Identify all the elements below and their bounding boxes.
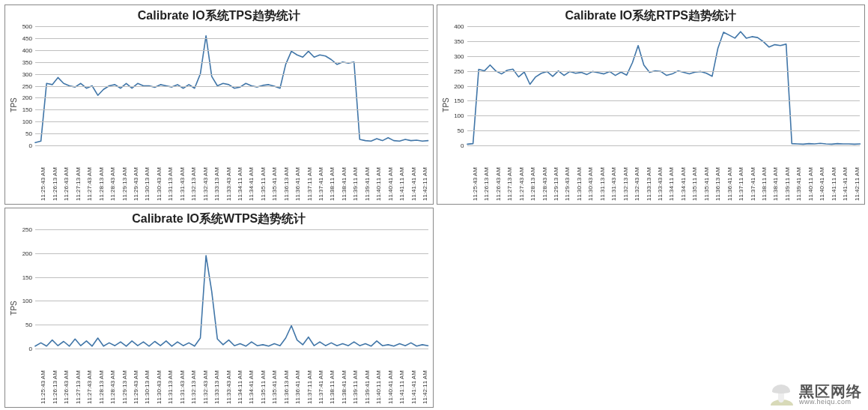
x-tick: 11:28:13 AM	[98, 148, 105, 201]
x-tick: 11:36:13 AM	[714, 148, 721, 201]
x-tick: 11:39:11 AM	[784, 148, 791, 201]
x-tick: 11:34:41 AM	[248, 352, 255, 404]
x-tick: 11:40:41 AM	[819, 148, 825, 201]
grid-line	[35, 74, 428, 75]
x-tick: 11:37:11 AM	[738, 148, 744, 201]
grid-line	[35, 97, 428, 98]
x-tick: 11:27:13 AM	[506, 148, 513, 201]
x-tick: 11:32:13 AM	[622, 148, 629, 201]
grid-line	[467, 56, 861, 57]
x-tick: 11:34:11 AM	[237, 352, 243, 404]
x-tick: 11:39:41 AM	[364, 352, 371, 404]
x-tick: 11:28:43 AM	[109, 148, 116, 201]
x-tick: 11:42:11 AM	[422, 148, 428, 201]
x-tick: 11:27:43 AM	[86, 148, 93, 201]
y-tick: 500	[16, 23, 32, 30]
y-tick: 250	[16, 226, 32, 233]
x-tick: 11:33:43 AM	[225, 352, 232, 404]
grid-line	[35, 62, 428, 63]
x-tick: 11:26:13 AM	[52, 352, 58, 404]
x-tick: 11:25:43 AM	[40, 352, 46, 404]
x-tick: 11:36:13 AM	[283, 352, 290, 404]
y-tick: 250	[16, 82, 32, 89]
grid-line	[35, 121, 428, 122]
y-tick: 300	[448, 52, 464, 59]
x-tick: 11:26:13 AM	[52, 148, 58, 201]
x-tick: 11:29:43 AM	[133, 148, 139, 201]
y-tick: 100	[16, 118, 32, 125]
x-tick: 11:30:13 AM	[576, 148, 583, 201]
x-tick: 11:38:11 AM	[329, 148, 336, 201]
grid-line	[35, 86, 428, 87]
x-tick: 11:29:43 AM	[133, 352, 139, 404]
plot-area	[467, 26, 861, 145]
x-tick: 11:40:41 AM	[387, 148, 394, 201]
x-tick: 11:29:13 AM	[553, 148, 559, 201]
x-tick: 11:35:11 AM	[260, 352, 267, 404]
x-tick: 11:36:41 AM	[294, 352, 301, 404]
x-tick: 11:40:41 AM	[387, 352, 394, 404]
x-tick: 11:42:11 AM	[854, 148, 861, 201]
x-tick: 11:39:41 AM	[795, 148, 802, 201]
y-tick: 100	[448, 112, 464, 119]
x-tick: 11:41:41 AM	[842, 148, 849, 201]
x-tick: 11:33:43 AM	[657, 148, 664, 201]
x-tick: 11:40:11 AM	[375, 352, 382, 404]
x-tick: 11:30:43 AM	[587, 148, 594, 201]
x-tick: 11:30:43 AM	[156, 352, 163, 404]
y-tick: 400	[16, 46, 32, 53]
y-tick: 300	[16, 70, 32, 77]
grid-line	[467, 71, 861, 72]
grid-line	[35, 26, 428, 27]
x-tick: 11:37:11 AM	[306, 352, 313, 404]
x-tick: 11:27:43 AM	[86, 352, 93, 404]
y-tick: 350	[448, 37, 464, 44]
x-tick: 11:33:43 AM	[225, 148, 232, 201]
x-tick: 11:31:43 AM	[179, 148, 186, 201]
x-tick: 11:37:41 AM	[318, 352, 324, 404]
x-tick: 11:34:11 AM	[668, 148, 675, 201]
x-tick: 11:30:13 AM	[144, 352, 151, 404]
grid-line	[35, 301, 428, 301]
grid-line	[467, 86, 861, 87]
x-tick: 11:41:11 AM	[398, 148, 405, 201]
grid-line	[467, 41, 861, 42]
series-line	[467, 31, 861, 144]
grid-line	[35, 229, 428, 230]
x-tick: 11:35:11 AM	[691, 148, 698, 201]
chart-rtps: Calibrate IO系统RTPS趋势统计 TPS 0501001502002…	[437, 4, 866, 205]
plot-area	[35, 229, 428, 349]
x-tick: 11:41:11 AM	[398, 352, 405, 404]
y-tick: 450	[16, 34, 32, 41]
x-tick: 11:33:13 AM	[213, 148, 220, 201]
y-tick-labels: 050100150200250300350400450500	[16, 26, 34, 145]
x-tick: 11:37:11 AM	[306, 148, 313, 201]
x-tick: 11:35:41 AM	[271, 352, 278, 404]
y-tick-labels: 050100150200250	[16, 229, 34, 349]
x-tick: 11:36:41 AM	[726, 148, 733, 201]
x-tick: 11:35:11 AM	[260, 148, 267, 201]
x-tick: 11:32:43 AM	[202, 148, 209, 201]
y-tick: 200	[448, 82, 464, 89]
x-tick: 11:41:41 AM	[410, 148, 417, 201]
x-tick: 11:42:11 AM	[422, 352, 428, 404]
x-tick: 11:31:13 AM	[167, 352, 174, 404]
x-tick: 11:25:43 AM	[40, 148, 46, 201]
grid-line	[467, 130, 861, 131]
x-tick: 11:33:13 AM	[213, 352, 220, 404]
x-tick: 11:34:41 AM	[248, 148, 255, 201]
x-tick: 11:33:13 AM	[646, 148, 652, 201]
x-tick: 11:26:13 AM	[483, 148, 490, 201]
chart-grid: Calibrate IO系统TPS趋势统计 TPS 05010015020025…	[4, 4, 865, 408]
grid-line	[467, 100, 861, 101]
x-tick: 11:26:43 AM	[63, 352, 70, 404]
y-tick: 50	[16, 130, 32, 137]
y-tick: 400	[448, 23, 464, 30]
x-tick: 11:27:43 AM	[518, 148, 525, 201]
x-tick: 11:26:43 AM	[63, 148, 70, 201]
grid-line	[35, 325, 428, 325]
x-tick: 11:38:11 AM	[329, 352, 336, 404]
y-tick-labels: 050100150200250300350400	[448, 26, 466, 145]
chart-tps: Calibrate IO系统TPS趋势统计 TPS 05010015020025…	[4, 4, 434, 205]
x-tick: 11:34:41 AM	[680, 148, 687, 201]
